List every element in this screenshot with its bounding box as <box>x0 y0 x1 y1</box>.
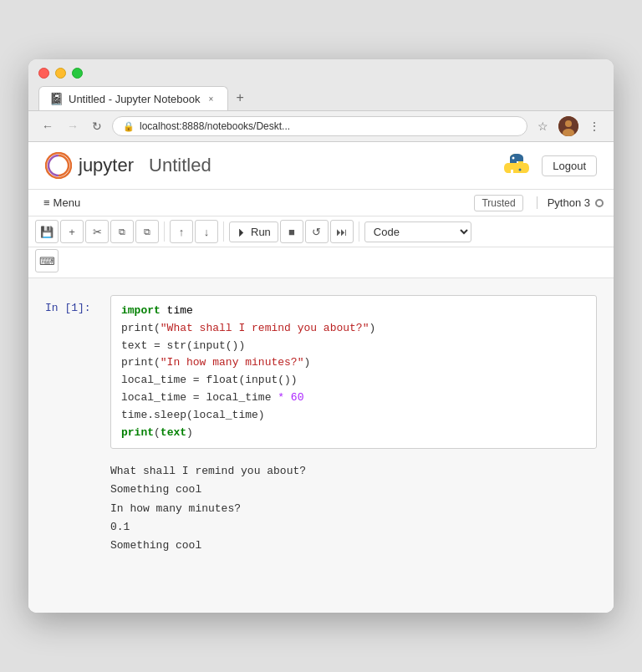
svg-point-4 <box>512 157 515 160</box>
keyboard-shortcuts-button[interactable]: ⌨ <box>35 249 59 272</box>
keyboard-icon: ⌨ <box>39 255 55 267</box>
maximize-button[interactable] <box>72 68 83 79</box>
python-logo-icon <box>502 150 532 181</box>
str-2: "In how many minutes?" <box>160 356 304 369</box>
kernel-info: Python 3 <box>537 196 604 209</box>
output-line-4: 0.1 <box>110 518 597 537</box>
tab-bar: 📓 Untitled - Jupyter Notebook × + <box>38 85 604 110</box>
address-bar: ← → ↻ 🔒 localhost:8888/notebooks/Deskt..… <box>28 111 614 142</box>
output-line-5: Something cool <box>110 537 597 555</box>
toolbar: 💾 + ✂ ⧉ ⧉ ↑ ↓ ⏵ Run ■ ↺ ⏭ <box>28 216 614 247</box>
title-bar: 📓 Untitled - Jupyter Notebook × + <box>28 59 614 111</box>
operator-times: * <box>278 391 284 404</box>
num-60: 60 <box>284 391 303 404</box>
jupyter-logo-icon <box>45 152 72 179</box>
toolbar-separator-1 <box>164 221 165 242</box>
refresh-button[interactable]: ↻ <box>89 118 105 135</box>
lock-icon: 🔒 <box>123 121 135 132</box>
new-tab-button[interactable]: + <box>228 85 252 110</box>
run-icon: ⏵ <box>237 226 247 238</box>
kernel-label: Python 3 <box>548 196 590 209</box>
tab-title: Untitled - Jupyter Notebook <box>69 93 201 105</box>
fn-print-8: print <box>121 426 154 439</box>
svg-point-1 <box>565 120 572 127</box>
traffic-lights <box>38 68 604 79</box>
fast-forward-button[interactable]: ⏭ <box>330 220 354 243</box>
fast-forward-icon: ⏭ <box>336 226 347 238</box>
output-line-2: Something cool <box>110 481 597 499</box>
save-button[interactable]: 💾 <box>35 220 59 243</box>
logout-button[interactable]: Logout <box>542 155 597 176</box>
run-label: Run <box>251 226 271 238</box>
browser-window: 📓 Untitled - Jupyter Notebook × + ← → ↻ … <box>28 59 614 613</box>
code-line-2: print("What shall I remind you about?") <box>121 320 586 338</box>
stop-button[interactable]: ■ <box>280 220 303 243</box>
jupyter-brand-text: jupyter <box>79 155 134 176</box>
code-line-8: print(text) <box>121 425 586 442</box>
move-down-button[interactable]: ↓ <box>195 220 218 243</box>
cut-button[interactable]: ✂ <box>85 220 109 243</box>
cell-type-select[interactable]: Code Markdown Raw NBConvert <box>364 221 471 242</box>
close-button[interactable] <box>38 68 49 79</box>
move-up-button[interactable]: ↑ <box>170 220 193 243</box>
output-line-1: What shall I remind you about? <box>110 462 597 481</box>
module-time: time <box>160 304 193 317</box>
cell-container: In [1]: import time print("What shall I … <box>45 295 597 449</box>
copy-button[interactable]: ⧉ <box>110 220 134 243</box>
code-line-7: time.sleep(local_time) <box>121 407 586 425</box>
notebook-title: Untitled <box>149 155 211 176</box>
jupyter-content: jupyter Untitled Logout ≡ Menu <box>28 142 614 613</box>
code-line-4: print("In how many minutes?") <box>121 354 586 372</box>
kernel-status-icon <box>595 199 604 207</box>
menu-bar: ≡ Menu Trusted Python 3 <box>28 190 614 216</box>
output-area: What shall I remind you about? Something… <box>110 459 597 557</box>
bookmark-icon[interactable]: ☆ <box>534 118 552 135</box>
notebook-tab-icon: 📓 <box>49 92 64 105</box>
add-cell-button[interactable]: + <box>60 220 84 243</box>
fn-print-1: print( <box>121 322 160 334</box>
browser-menu-icon[interactable]: ⋮ <box>585 118 604 135</box>
svg-point-3 <box>46 153 71 178</box>
output-line-3: In how many minutes? <box>110 500 597 518</box>
forward-button[interactable]: → <box>64 118 82 135</box>
jupyter-logo: jupyter Untitled <box>45 152 211 179</box>
code-line-6: local_time = local_time * 60 <box>121 389 586 407</box>
jupyter-header-right: Logout <box>502 150 597 181</box>
cut-icon: ✂ <box>93 226 102 238</box>
hamburger-icon: ≡ <box>43 196 50 209</box>
code-line-1: import time <box>121 303 586 320</box>
run-button[interactable]: ⏵ Run <box>229 221 278 242</box>
user-avatar[interactable] <box>558 116 578 136</box>
paste-button[interactable]: ⧉ <box>135 220 159 243</box>
toolbar-separator-3 <box>359 221 359 242</box>
cell-label: In [1]: <box>45 295 104 449</box>
trusted-badge: Trusted <box>474 195 522 211</box>
menu-label: Menu <box>54 196 81 209</box>
restart-button[interactable]: ↺ <box>305 220 329 243</box>
var-text: text <box>160 426 186 439</box>
notebook-body: In [1]: import time print("What shall I … <box>28 278 614 613</box>
code-line-3: text = str(input()) <box>121 338 586 355</box>
active-tab[interactable]: 📓 Untitled - Jupyter Notebook × <box>38 86 228 110</box>
str-1: "What shall I remind you about?" <box>160 322 369 334</box>
url-bar[interactable]: 🔒 localhost:8888/notebooks/Deskt... <box>112 116 527 136</box>
keyword-import: import <box>121 304 160 317</box>
copy-icon: ⧉ <box>119 227 125 237</box>
minimize-button[interactable] <box>55 68 66 79</box>
menu-button[interactable]: ≡ Menu <box>38 193 85 212</box>
svg-point-5 <box>519 169 522 171</box>
paste-icon: ⧉ <box>144 227 150 237</box>
jupyter-header: jupyter Untitled Logout <box>28 142 614 190</box>
tab-close-button[interactable]: × <box>206 93 217 104</box>
code-cell[interactable]: import time print("What shall I remind y… <box>110 295 597 449</box>
url-text: localhost:8888/notebooks/Deskt... <box>140 120 517 132</box>
save-icon: 💾 <box>40 226 54 238</box>
back-button[interactable]: ← <box>38 118 57 135</box>
code-line-5: local_time = float(input()) <box>121 372 586 389</box>
toolbar-separator-2 <box>223 221 224 242</box>
toolbar-row2: ⌨ <box>28 247 614 278</box>
